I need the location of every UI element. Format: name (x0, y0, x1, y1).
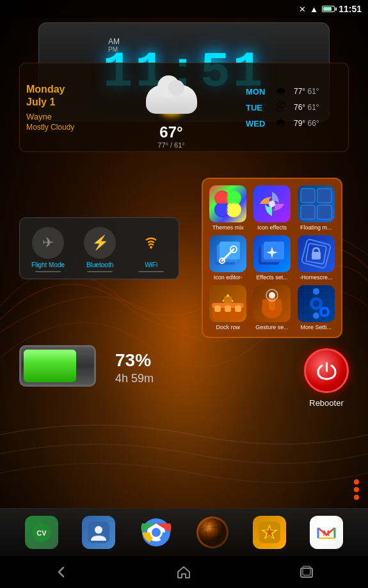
battery-cap (94, 357, 96, 375)
more-settings-grid (298, 285, 335, 322)
flight-mode-bar (35, 271, 61, 272)
dock-app-email[interactable] (253, 516, 286, 549)
svg-rect-26 (225, 306, 231, 312)
icon-effects-label: Icon effects (257, 224, 287, 231)
svg-rect-27 (235, 306, 241, 312)
dock-app-sphere[interactable] (196, 516, 228, 548)
battery-percent: 73% (115, 350, 154, 371)
app-item-themes[interactable]: Themes mix (208, 185, 248, 231)
dock-app-chrome[interactable] (140, 516, 173, 549)
weather-forecast: MON 🌧 77° 61° TUE ⛈ 76° 61° WED 🌨 79° 66… (246, 85, 342, 130)
nav-recents-button[interactable] (287, 559, 326, 585)
effects-settings-svg (253, 235, 291, 272)
homescreen-label: -Homescre... (300, 274, 333, 281)
qs-wifi[interactable]: WiFi (135, 227, 167, 272)
app-item-homescreen[interactable]: -Homescre... (296, 235, 336, 281)
qs-flight-mode[interactable]: ✈ Flight Mode (31, 227, 65, 272)
forecast-row-wed: WED 🌨 79° 66° (246, 117, 342, 130)
app-menu: Themes mix Icon effects Floating (202, 178, 342, 338)
app-item-effects-settings[interactable]: Effects set... (252, 235, 292, 281)
forecast-row-tue: TUE ⛈ 76° 61° (246, 101, 342, 114)
icon-effects-svg (253, 185, 291, 222)
svg-point-5 (226, 202, 241, 217)
svg-point-6 (269, 201, 275, 207)
notif-dot-2 (354, 487, 359, 492)
gesture-icon (253, 285, 291, 322)
wifi-icon: ▲ (310, 4, 318, 14)
rebooter-widget: Rebooter (304, 348, 349, 408)
battery-percent-symbol: % (135, 350, 151, 370)
forecast-row-mon: MON 🌧 77° 61° (246, 85, 342, 98)
battery-icon-small (322, 6, 335, 12)
app-item-floating[interactable]: Floating m... (296, 185, 336, 231)
temp-low: 61° (174, 141, 185, 149)
wifi-label: WiFi (145, 261, 157, 268)
app-item-icon-effects[interactable]: Icon effects (252, 185, 292, 231)
gmail-icon-svg: M (316, 522, 337, 543)
chrome-icon-svg (140, 516, 172, 548)
forecast-day-mon: MON (246, 87, 268, 97)
sphere-icon-svg (197, 517, 228, 548)
svg-point-48 (152, 528, 161, 537)
bluetooth-label: Bluetooth (86, 261, 113, 268)
status-time: 11:51 (339, 4, 362, 14)
weather-day: Monday (26, 84, 97, 95)
icon-editor-icon (209, 235, 246, 272)
svg-text:CV: CV (36, 529, 47, 537)
grid-overlay (298, 185, 335, 222)
app-item-gesture[interactable]: Gesture se... (252, 285, 292, 331)
battery-percent-num: 73 (115, 350, 135, 370)
cloud-graphic (146, 85, 197, 114)
am-label: AM (108, 37, 120, 46)
svg-rect-28 (224, 297, 232, 303)
wifi-icon-qs[interactable] (135, 227, 167, 259)
battery-text: 73% 4h 59m (115, 350, 154, 385)
rebooter-button[interactable] (304, 348, 349, 393)
dock-row-label: Dock row (216, 324, 241, 331)
dock-app-gmail[interactable]: M (310, 516, 343, 549)
email-icon-svg (259, 522, 280, 543)
app-item-dock-row[interactable]: Dock row (208, 285, 248, 331)
app-item-icon-editor[interactable]: Icon editor- (208, 235, 248, 281)
flight-mode-icon[interactable]: ✈ (32, 227, 64, 259)
svg-point-44 (95, 526, 102, 534)
contacts-icon-svg (88, 522, 109, 543)
qs-bluetooth[interactable]: ⚡ Bluetooth (84, 227, 116, 272)
temp-high: 77° (157, 141, 168, 149)
homescreen-icon (298, 235, 335, 272)
nav-back-button[interactable] (42, 559, 81, 585)
svg-rect-25 (214, 306, 221, 312)
notif-dot-3 (354, 495, 359, 500)
notification-dots (354, 479, 359, 500)
weather-center: 67° 77° / 61° (102, 66, 241, 149)
forecast-icon-tue: ⛈ (272, 101, 290, 114)
themes-svg (209, 185, 246, 222)
battery-time-remaining: 4h 59m (115, 372, 154, 385)
icon-editor-svg (209, 235, 246, 272)
battery-outer (19, 345, 96, 387)
signal-icon: ✕ (299, 4, 306, 14)
battery-fill (24, 350, 76, 382)
dock-app-contacts[interactable] (82, 516, 115, 549)
themes-label: Themes mix (212, 224, 244, 231)
dock-app-cv[interactable]: CV (25, 516, 58, 549)
floating-icon (298, 185, 335, 222)
rebooter-label: Rebooter (309, 398, 343, 408)
quick-settings-icons: ✈ Flight Mode ⚡ Bluetooth WiFi (26, 227, 172, 272)
battery-widget: 73% 4h 59m (19, 345, 154, 390)
app-item-more-settings[interactable]: More Setti... (296, 285, 336, 331)
forecast-icon-mon: 🌧 (272, 85, 290, 98)
pm-label: PM (108, 46, 120, 54)
status-bar: ✕ ▲ 11:51 (0, 0, 368, 18)
recents-svg (300, 565, 314, 579)
forecast-day-wed: WED (246, 119, 268, 128)
icon-editor-label: Icon editor- (214, 274, 243, 281)
effects-settings-label: Effects set... (256, 274, 287, 281)
bluetooth-bar (87, 271, 113, 272)
more-settings-icon (298, 285, 335, 322)
dock: CV (0, 508, 368, 556)
svg-point-2 (214, 190, 230, 206)
nav-home-button[interactable] (164, 559, 203, 585)
bluetooth-icon[interactable]: ⚡ (84, 227, 116, 259)
rebooter-power-svg (316, 360, 338, 382)
